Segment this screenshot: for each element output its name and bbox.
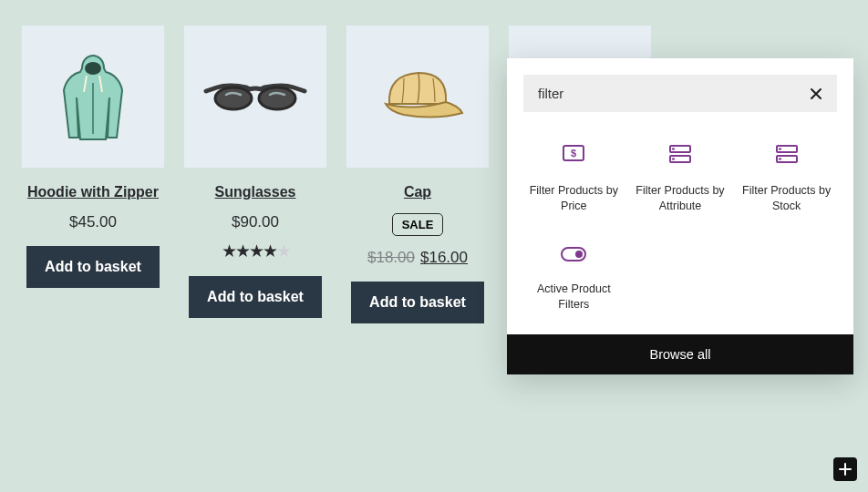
product-title-link[interactable]: Cap (404, 184, 431, 200)
block-label: Filter Products by Stock (736, 183, 837, 214)
product-card: Sunglasses $90.00 ★ ★ ★ ★ ★ Add to baske… (184, 26, 326, 323)
star-icon: ★ (222, 241, 235, 261)
block-label: Filter Products by Price (523, 183, 625, 214)
list-rows-icon (669, 145, 691, 167)
block-filter-by-stock[interactable]: Filter Products by Stock (736, 145, 837, 214)
block-search-input[interactable] (538, 86, 810, 101)
svg-point-0 (85, 62, 101, 75)
sunglasses-illustration (201, 69, 310, 124)
product-card: Cap SALE $18.00 $16.00 Add to basket (346, 26, 489, 323)
price-new: $16.00 (420, 249, 468, 267)
block-inserter-popover: $ Filter Products by Price Filter Produc… (507, 58, 853, 374)
block-results-grid: $ Filter Products by Price Filter Produc… (507, 128, 853, 334)
svg-point-14 (575, 251, 583, 258)
toggle-on-icon (561, 247, 586, 265)
svg-rect-12 (779, 159, 781, 160)
product-price: $45.00 (69, 213, 117, 231)
block-label: Active Product Filters (523, 282, 625, 313)
svg-point-1 (215, 87, 252, 109)
clear-search-button[interactable] (810, 87, 822, 100)
price-wrap: $18.00 $16.00 (367, 249, 468, 267)
hoodie-illustration (47, 46, 139, 147)
block-filter-by-price[interactable]: $ Filter Products by Price (523, 145, 625, 214)
add-block-button[interactable] (833, 457, 857, 481)
svg-text:$: $ (571, 148, 576, 159)
browse-all-button[interactable]: Browse all (507, 334, 853, 374)
add-to-basket-button[interactable]: Add to basket (26, 246, 160, 288)
block-filter-by-attribute[interactable]: Filter Products by Attribute (630, 145, 731, 214)
star-rating: ★ ★ ★ ★ ★ (222, 241, 290, 261)
product-image (184, 26, 326, 168)
product-price: $90.00 (232, 213, 279, 231)
plus-icon (838, 462, 852, 477)
product-image (22, 26, 164, 168)
star-icon: ★ (249, 241, 263, 261)
product-card: Hoodie with Zipper $45.00 Add to basket (22, 26, 164, 323)
price-old: $18.00 (367, 249, 415, 267)
product-image (346, 26, 489, 168)
search-wrap (507, 58, 853, 128)
block-active-filters[interactable]: Active Product Filters (523, 247, 625, 313)
add-to-basket-button[interactable]: Add to basket (351, 282, 484, 323)
search-field (523, 75, 837, 112)
star-icon: ★ (263, 241, 276, 261)
svg-rect-7 (672, 149, 675, 150)
product-title-link[interactable]: Sunglasses (215, 184, 296, 200)
close-icon (810, 87, 822, 100)
sale-badge: SALE (392, 213, 444, 236)
svg-rect-11 (779, 149, 781, 150)
cap-illustration (367, 60, 468, 133)
price-tag-icon: $ (563, 145, 584, 167)
list-rows-icon (776, 145, 798, 167)
star-icon: ★ (276, 241, 290, 261)
svg-point-2 (259, 87, 295, 109)
svg-rect-8 (672, 159, 675, 160)
block-label: Filter Products by Attribute (630, 183, 731, 214)
add-to-basket-button[interactable]: Add to basket (189, 276, 322, 318)
product-title-link[interactable]: Hoodie with Zipper (27, 184, 159, 200)
star-icon: ★ (235, 241, 249, 261)
